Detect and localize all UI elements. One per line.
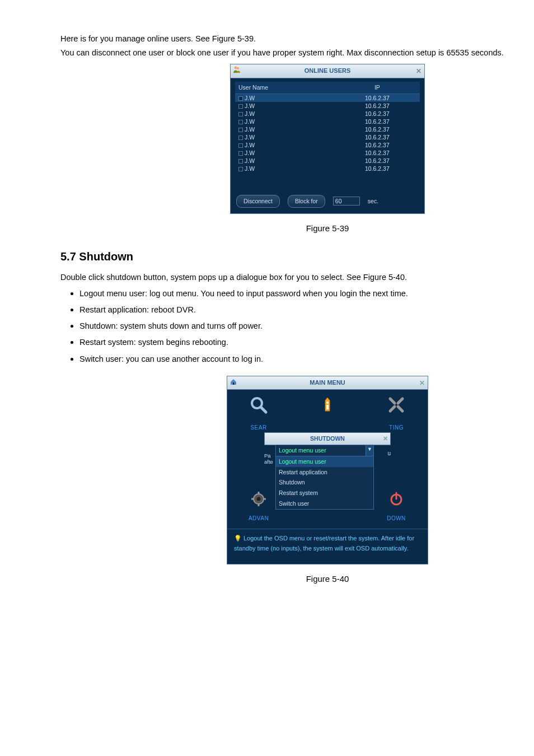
table-row[interactable]: J.W10.6.2.37 <box>235 149 420 157</box>
section-intro: Double click shutdown button, system pop… <box>60 271 534 284</box>
list-item: Shutdown: system shuts down and turns of… <box>79 319 534 333</box>
row-checkbox[interactable] <box>238 167 243 171</box>
svg-point-5 <box>326 402 329 404</box>
tip-text: Logout the OSD menu or reset/restart the… <box>234 535 414 552</box>
dropdown-option[interactable]: Logout menu user <box>276 456 373 467</box>
shutdown-label: DOWN <box>380 514 413 523</box>
dropdown-option[interactable]: Shutdown <box>276 477 373 488</box>
advanced-label: ADVAN <box>242 514 275 523</box>
setting-menu-item[interactable]: TING <box>380 395 413 432</box>
row-checkbox[interactable] <box>238 120 243 124</box>
svg-point-1 <box>237 67 239 69</box>
table-row[interactable]: J.W10.6.2.37 <box>235 125 420 133</box>
figure-2-caption: Figure 5-40 <box>60 572 534 586</box>
left-cut-labels: Pa afte <box>264 452 273 465</box>
main-menu-titlebar: MAIN MENU ✕ <box>227 376 428 390</box>
shutdown-popup-area: SHUTDOWN ✕ Pa afte u Logout menu user ▼ … <box>242 436 413 500</box>
close-icon[interactable]: ✕ <box>383 434 388 444</box>
table-row[interactable]: J.W10.6.2.37 <box>235 118 420 125</box>
chevron-down-icon[interactable]: ▼ <box>366 445 373 456</box>
dropdown-option[interactable]: Switch user <box>276 498 373 509</box>
users-icon <box>233 66 241 77</box>
row-checkbox[interactable] <box>238 128 243 132</box>
table-row[interactable]: J.W10.6.2.37 <box>235 94 420 102</box>
search-icon <box>242 395 275 422</box>
col-ip[interactable]: IP <box>335 82 420 94</box>
shutdown-popup-title: SHUTDOWN <box>310 435 345 442</box>
intro-line-2: You can disconnect one user or block one… <box>60 46 534 59</box>
dropdown-option[interactable]: Restart system <box>276 488 373 498</box>
dropdown-selected[interactable]: Logout menu user ▼ <box>276 445 373 456</box>
shutdown-options-list: Logout menu user: log out menu. You need… <box>60 286 534 366</box>
table-row[interactable]: J.W10.6.2.37 <box>235 102 420 110</box>
main-menu-body: SEAR TING SHUTDOWN <box>227 390 428 529</box>
info-label <box>311 423 344 432</box>
figure-1-caption: Figure 5-39 <box>60 222 534 235</box>
svg-line-4 <box>261 407 266 412</box>
svg-rect-6 <box>326 405 329 409</box>
shutdown-popup-titlebar: SHUTDOWN ✕ <box>264 432 391 445</box>
row-checkbox[interactable] <box>238 143 243 148</box>
table-row[interactable]: J.W10.6.2.37 <box>235 141 420 149</box>
section-heading: 5.7 Shutdown <box>60 248 534 265</box>
online-users-controls: Disconnect Block for sec. <box>231 190 424 213</box>
seconds-label: sec. <box>368 197 378 206</box>
figure-2-wrap: MAIN MENU ✕ SEAR <box>60 376 534 564</box>
svg-rect-10 <box>258 504 260 506</box>
home-icon <box>229 377 237 389</box>
list-item: Restart system: system begins rebooting. <box>79 335 534 349</box>
row-checkbox[interactable] <box>238 96 243 101</box>
col-username[interactable]: User Name <box>235 82 335 94</box>
main-menu-dialog: MAIN MENU ✕ SEAR <box>227 376 428 564</box>
list-item: Logout menu user: log out menu. You need… <box>79 286 534 300</box>
search-menu-item[interactable]: SEAR <box>242 395 275 432</box>
intro-line-1: Here is for you manage online users. See… <box>60 32 534 45</box>
dropdown-option[interactable]: Restart application <box>276 467 373 478</box>
lightbulb-icon: 💡 <box>234 535 242 542</box>
block-for-button[interactable]: Block for <box>288 195 325 208</box>
row-checkbox[interactable] <box>238 104 243 109</box>
online-users-titlebar: ONLINE USERS ✕ <box>231 64 424 78</box>
row-checkbox[interactable] <box>238 112 243 116</box>
online-users-table: User Name IP J.W10.6.2.37J.W10.6.2.37J.W… <box>235 82 420 172</box>
figure-1-wrap: ONLINE USERS ✕ User Name IP J.W10.6.2.37… <box>60 64 534 213</box>
info-menu-item[interactable] <box>311 395 344 432</box>
main-menu-icon-row1: SEAR TING <box>234 395 421 432</box>
table-row[interactable]: J.W10.6.2.37 <box>235 110 420 118</box>
close-icon[interactable]: ✕ <box>416 66 421 77</box>
svg-point-0 <box>235 67 237 69</box>
online-users-dialog: ONLINE USERS ✕ User Name IP J.W10.6.2.37… <box>230 64 425 213</box>
row-checkbox[interactable] <box>238 159 243 164</box>
wrench-icon <box>380 395 413 422</box>
setting-label: TING <box>380 423 413 432</box>
list-item: Restart application: reboot DVR. <box>79 302 534 316</box>
info-icon <box>311 395 344 422</box>
online-users-title: ONLINE USERS <box>305 67 351 74</box>
list-item: Switch user: you can use another account… <box>79 352 534 366</box>
shutdown-dropdown[interactable]: Logout menu user ▼ Logout menu userResta… <box>275 445 374 510</box>
row-checkbox[interactable] <box>238 151 243 156</box>
svg-rect-2 <box>233 382 234 385</box>
table-row[interactable]: J.W10.6.2.37 <box>235 133 420 141</box>
main-menu-title: MAIN MENU <box>310 379 345 386</box>
tip-bar: 💡Logout the OSD menu or reset/restart th… <box>227 529 428 563</box>
search-label: SEAR <box>242 423 275 432</box>
table-row[interactable]: J.W10.6.2.37 <box>235 165 420 172</box>
block-seconds-input[interactable] <box>333 197 360 206</box>
disconnect-button[interactable]: Disconnect <box>236 195 280 208</box>
table-row[interactable]: J.W10.6.2.37 <box>235 157 420 165</box>
row-checkbox[interactable] <box>238 136 243 140</box>
close-icon[interactable]: ✕ <box>419 378 425 389</box>
right-cut-label: u <box>387 449 391 458</box>
